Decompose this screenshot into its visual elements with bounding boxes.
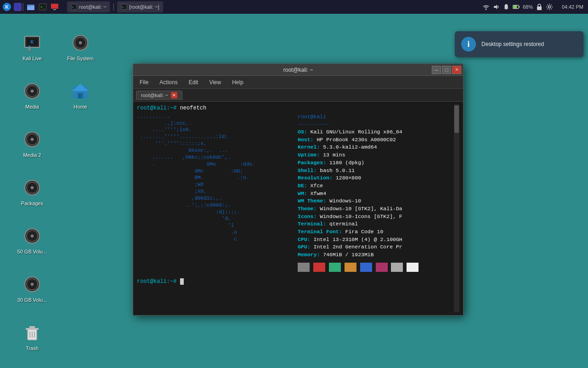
terminal-body[interactable]: root@kali:~# neofetch ........... .,j:cc… (133, 102, 463, 315)
volume-icon[interactable] (492, 3, 500, 11)
svg-point-28 (551, 5, 552, 6)
svg-rect-33 (28, 48, 30, 51)
desktop-icon-trash[interactable]: Trash (14, 320, 51, 353)
notification-info-icon: i (461, 37, 476, 52)
svg-point-26 (547, 5, 548, 6)
svg-point-22 (549, 4, 550, 5)
close-button[interactable]: ✕ (452, 66, 461, 74)
desktop-icon-30gb[interactable]: 30 GB Volu... (14, 271, 51, 305)
desktop-icon-packages[interactable]: Packages (14, 175, 51, 208)
terminal-tab-1[interactable]: root@kali: ~ ✕ (136, 91, 182, 100)
menu-file[interactable]: File (137, 78, 151, 86)
menu-view[interactable]: View (206, 78, 224, 86)
svg-rect-10 (53, 9, 56, 10)
kali-live-icon-img: K (21, 32, 43, 54)
50gb-icon-img (21, 225, 43, 247)
terminal-command-line: root@kali:~# neofetch (137, 104, 454, 112)
svg-point-69 (32, 284, 33, 285)
terminal-window: root@kali: ~ ─ □ ✕ File Actions Edit Vie… (133, 63, 464, 316)
scrollbar-thumb[interactable] (454, 105, 459, 133)
color-bar-5 (376, 263, 388, 272)
sysinfo-separator: ---------- (298, 121, 329, 127)
settings-icon[interactable] (546, 3, 553, 11)
notification-icon[interactable] (503, 3, 510, 11)
desktop-icon-media[interactable]: Media (14, 78, 51, 111)
terminal-tab-label: root@kali: ~ (141, 92, 168, 98)
media-icon-img (21, 80, 43, 102)
desktop: K Kali Live File System (0, 14, 588, 368)
battery-percent: 68% (523, 4, 533, 10)
svg-point-54 (32, 139, 33, 140)
terminal-title: root@kali: ~ (283, 67, 313, 73)
media-label: Media (25, 104, 39, 109)
wifi-icon[interactable] (482, 3, 490, 11)
file-system-label: File System (67, 56, 93, 61)
30gb-label: 30 GB Volu... (17, 297, 47, 303)
svg-rect-3 (23, 3, 24, 11)
svg-text:>_: >_ (40, 5, 45, 9)
taskbar-right: 68% 04:42 PM (482, 3, 586, 11)
home-label: Home (74, 104, 87, 109)
terminal-tabbar: root@kali: ~ ✕ (133, 89, 463, 102)
terminal-command: neofetch (180, 105, 207, 111)
svg-text:>_: >_ (72, 6, 76, 9)
home-icon-img (69, 80, 91, 102)
cursor (180, 278, 184, 285)
taskbar-terminal-2[interactable]: >_ [root@kali: ~] (117, 1, 163, 12)
svg-rect-2 (14, 3, 21, 11)
svg-rect-18 (513, 6, 517, 8)
menu-help[interactable]: Help (229, 78, 246, 86)
svg-text:K: K (5, 5, 9, 10)
lock-icon[interactable] (536, 3, 543, 11)
desktop-icon-file-system[interactable]: File System (62, 30, 99, 63)
workspace-switcher[interactable] (14, 2, 24, 12)
terminal-tab-close[interactable]: ✕ (171, 92, 177, 98)
final-prompt-line: root@kali:~# (137, 278, 454, 286)
color-bar-2 (329, 263, 341, 272)
desktop-icon-50gb[interactable]: 50 GB Volu... (14, 223, 51, 256)
file-system-icon-img (69, 32, 91, 54)
battery-icon (513, 3, 520, 11)
color-bar-4 (360, 263, 372, 272)
color-bar-0 (298, 263, 310, 272)
maximize-button[interactable]: □ (442, 66, 451, 74)
svg-text:>_: >_ (122, 6, 126, 9)
display-taskbar-icon[interactable] (50, 2, 60, 12)
svg-rect-49 (79, 94, 81, 98)
svg-point-21 (548, 6, 551, 8)
minimize-button[interactable]: ─ (432, 66, 441, 74)
desktop-icon-kali-live[interactable]: K Kali Live (14, 30, 51, 63)
svg-rect-72 (29, 326, 35, 328)
desktop-icon-media2[interactable]: Media 2 (14, 126, 51, 160)
color-bar-3 (345, 263, 356, 272)
terminal-titlebar: root@kali: ~ ─ □ ✕ (133, 64, 463, 76)
taskbar-left: K >_ (2, 1, 482, 12)
kali-menu-icon[interactable]: K (2, 2, 12, 12)
terminal-scrollbar[interactable] (454, 104, 459, 312)
menu-edit[interactable]: Edit (186, 78, 201, 86)
svg-rect-19 (519, 6, 520, 8)
media2-label: Media 2 (23, 152, 41, 158)
clock: 04:42 PM (556, 4, 583, 10)
ascii-art: ........... .,j:ccc,. ....'''';lx0. ....… (137, 113, 298, 274)
packages-label: Packages (21, 201, 43, 206)
color-bars (298, 263, 419, 275)
sysinfo: root@kali ---------- OS: Kali GNU/Linux … (298, 113, 419, 274)
svg-rect-20 (537, 6, 542, 10)
desktop-icon-home[interactable]: Home (62, 78, 99, 111)
terminal-prompt-2: root@kali:~# (137, 278, 180, 285)
svg-rect-34 (28, 51, 31, 52)
color-bar-7 (407, 263, 418, 272)
taskbar-terminal-1[interactable]: >_ root@kali: ~ (67, 1, 110, 12)
menu-actions[interactable]: Actions (157, 78, 180, 86)
terminal-prompt-1: root@kali:~# (137, 105, 180, 111)
svg-point-40 (80, 42, 81, 43)
file-manager-taskbar-icon[interactable] (26, 2, 36, 12)
terminal-taskbar-icon[interactable]: >_ (38, 2, 48, 12)
svg-text:K: K (30, 40, 34, 45)
notification: i Desktop settings restored (455, 31, 583, 57)
color-bar-6 (391, 263, 403, 272)
svg-rect-71 (26, 328, 39, 330)
kali-live-label: Kali Live (23, 56, 42, 61)
50gb-label: 50 GB Volu... (17, 249, 47, 254)
